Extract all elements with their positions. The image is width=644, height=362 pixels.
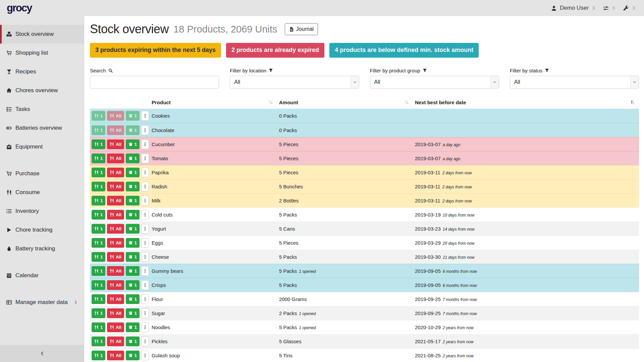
consume-one-button[interactable]: 1 — [92, 294, 105, 304]
sidebar-collapse-button[interactable] — [0, 345, 84, 362]
open-one-button[interactable]: 1 — [126, 111, 140, 121]
consume-one-button[interactable]: 1 — [92, 252, 105, 262]
consume-one-button[interactable]: 1 — [92, 196, 105, 205]
row-menu-button[interactable] — [141, 168, 149, 177]
admin-menu[interactable] — [623, 5, 636, 11]
open-one-button[interactable]: 1 — [126, 139, 140, 149]
consume-one-button[interactable]: 1 — [92, 154, 105, 163]
open-one-button[interactable]: 1 — [126, 351, 140, 360]
sidebar-item-inventory[interactable]: Inventory — [0, 202, 84, 221]
row-menu-button[interactable] — [141, 196, 149, 205]
row-menu-button[interactable] — [141, 224, 149, 234]
status-badge-below-min-stock[interactable]: 4 products are below defined min. stock … — [329, 43, 479, 58]
row-menu-button[interactable] — [141, 266, 149, 276]
open-one-button[interactable]: 1 — [126, 182, 140, 191]
consume-all-button[interactable]: All — [107, 210, 124, 220]
open-one-button[interactable]: 1 — [126, 252, 140, 262]
row-menu-button[interactable] — [141, 280, 149, 290]
open-one-button[interactable]: 1 — [126, 125, 140, 135]
row-menu-button[interactable] — [141, 139, 149, 149]
consume-one-button[interactable]: 1 — [92, 337, 105, 346]
consume-all-button[interactable]: All — [107, 125, 124, 135]
sidebar-item-battery-tracking[interactable]: Battery tracking — [0, 239, 84, 258]
consume-all-button[interactable]: All — [107, 111, 124, 121]
consume-all-button[interactable]: All — [107, 294, 124, 304]
consume-all-button[interactable]: All — [107, 266, 124, 276]
consume-one-button[interactable]: 1 — [92, 322, 105, 332]
consume-all-button[interactable]: All — [107, 280, 124, 290]
consume-all-button[interactable]: All — [107, 252, 124, 262]
row-menu-button[interactable] — [141, 351, 149, 360]
open-one-button[interactable]: 1 — [126, 337, 140, 346]
row-menu-button[interactable] — [141, 308, 149, 318]
consume-one-button[interactable]: 1 — [92, 224, 105, 234]
sidebar-item-equipment[interactable]: Equipment — [0, 137, 84, 156]
open-one-button[interactable]: 1 — [126, 210, 140, 220]
consume-one-button[interactable]: 1 — [92, 280, 105, 290]
journal-button[interactable]: Journal — [285, 23, 318, 35]
sidebar-item-purchase[interactable]: Purchase — [0, 164, 84, 183]
consume-one-button[interactable]: 1 — [92, 168, 105, 177]
row-menu-button[interactable] — [141, 294, 149, 304]
consume-one-button[interactable]: 1 — [92, 210, 105, 220]
status-badge-expiring[interactable]: 3 products expiring within the next 5 da… — [90, 43, 221, 58]
row-menu-button[interactable] — [141, 154, 149, 163]
consume-all-button[interactable]: All — [107, 182, 124, 191]
open-one-button[interactable]: 1 — [126, 168, 140, 177]
user-menu[interactable]: Demo User — [551, 5, 596, 11]
sidebar-item-chore-tracking[interactable]: Chore tracking — [0, 221, 84, 239]
sidebar-item-tasks[interactable]: Tasks — [0, 100, 84, 119]
open-one-button[interactable]: 1 — [126, 280, 140, 290]
consume-one-button[interactable]: 1 — [92, 266, 105, 276]
open-one-button[interactable]: 1 — [126, 238, 140, 248]
consume-all-button[interactable]: All — [107, 238, 124, 248]
sidebar-item-recipes[interactable]: Recipes — [0, 62, 84, 81]
column-header-product[interactable]: Product — [150, 97, 277, 109]
settings-menu[interactable] — [603, 5, 616, 11]
row-menu-button[interactable] — [141, 322, 149, 332]
consume-all-button[interactable]: All — [107, 351, 124, 360]
open-one-button[interactable]: 1 — [126, 154, 140, 163]
consume-all-button[interactable]: All — [107, 139, 124, 149]
open-one-button[interactable]: 1 — [126, 308, 140, 318]
consume-all-button[interactable]: All — [107, 154, 124, 163]
row-menu-button[interactable] — [141, 125, 149, 135]
status-badge-expired[interactable]: 2 products are already expired — [226, 43, 324, 58]
consume-one-button[interactable]: 1 — [92, 111, 105, 121]
consume-one-button[interactable]: 1 — [92, 238, 105, 248]
consume-all-button[interactable]: All — [107, 196, 124, 205]
filter-by-product-group-select[interactable]: All — [370, 76, 499, 88]
column-header-amount[interactable]: Amount — [277, 97, 413, 109]
sidebar-item-manage-master-data[interactable]: Manage master data — [0, 293, 84, 312]
sidebar-item-shopping-list[interactable]: Shopping list — [0, 44, 84, 62]
row-menu-button[interactable] — [141, 337, 149, 346]
consume-one-button[interactable]: 1 — [92, 125, 105, 135]
sidebar-item-chores-overview[interactable]: Chores overview — [0, 81, 84, 100]
consume-one-button[interactable]: 1 — [92, 139, 105, 149]
consume-all-button[interactable]: All — [107, 322, 124, 332]
row-menu-button[interactable] — [141, 238, 149, 248]
sidebar-item-calendar[interactable]: Calendar — [0, 266, 84, 285]
search-input[interactable] — [90, 76, 219, 88]
filter-by-status-select[interactable]: All — [510, 76, 639, 88]
consume-all-button[interactable]: All — [107, 337, 124, 346]
sidebar-item-stock-overview[interactable]: Stock overview — [0, 25, 84, 44]
open-one-button[interactable]: 1 — [126, 224, 140, 234]
row-menu-button[interactable] — [141, 252, 149, 262]
row-menu-button[interactable] — [141, 111, 149, 121]
sidebar-item-batteries-overview[interactable]: Batteries overview — [0, 119, 84, 137]
open-one-button[interactable]: 1 — [126, 196, 140, 205]
row-menu-button[interactable] — [141, 210, 149, 220]
consume-one-button[interactable]: 1 — [92, 351, 105, 360]
consume-all-button[interactable]: All — [107, 168, 124, 177]
consume-all-button[interactable]: All — [107, 308, 124, 318]
consume-one-button[interactable]: 1 — [92, 182, 105, 191]
consume-all-button[interactable]: All — [107, 224, 124, 234]
column-header-next-best-before-date[interactable]: Next best before date — [413, 97, 639, 109]
open-one-button[interactable]: 1 — [126, 322, 140, 332]
filter-by-location-select[interactable]: All — [230, 76, 359, 88]
consume-one-button[interactable]: 1 — [92, 308, 105, 318]
row-menu-button[interactable] — [141, 182, 149, 191]
open-one-button[interactable]: 1 — [126, 266, 140, 276]
open-one-button[interactable]: 1 — [126, 294, 140, 304]
